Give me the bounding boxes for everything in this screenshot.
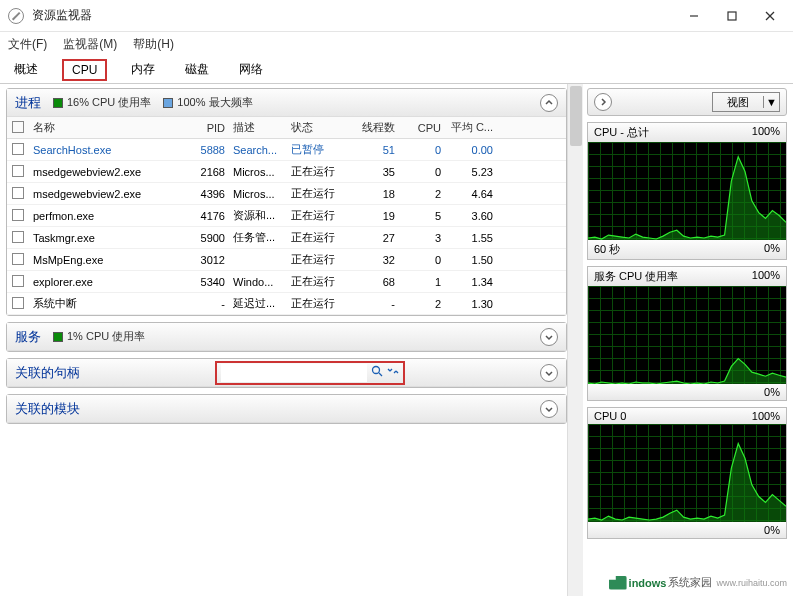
cell-pid: 5340 — [179, 276, 229, 288]
left-scrollbar[interactable] — [567, 84, 583, 596]
graph-max: 100% — [752, 269, 780, 284]
cell-state: 已暂停 — [287, 142, 343, 157]
expand-icon[interactable] — [540, 328, 558, 346]
search-icon[interactable] — [371, 365, 383, 380]
svg-marker-6 — [588, 157, 786, 240]
tab-cpu[interactable]: CPU — [62, 59, 107, 81]
graph-title: 服务 CPU 使用率 — [594, 269, 678, 284]
tab-disk[interactable]: 磁盘 — [179, 57, 215, 82]
menu-file[interactable]: 文件(F) — [8, 36, 47, 53]
maximize-button[interactable] — [725, 9, 739, 23]
modules-header[interactable]: 关联的模块 — [7, 395, 566, 423]
services-panel: 服务 1% CPU 使用率 — [6, 322, 567, 352]
cell-desc: 延迟过... — [229, 296, 287, 311]
handles-title: 关联的句柄 — [15, 364, 80, 382]
cell-name: msedgewebview2.exe — [29, 188, 179, 200]
graph-box: CPU 0100%0% — [587, 407, 787, 539]
row-checkbox[interactable] — [12, 231, 24, 243]
col-cpu[interactable]: CPU — [399, 122, 445, 134]
col-state[interactable]: 状态 — [287, 120, 343, 135]
scrollbar-thumb[interactable] — [570, 86, 582, 146]
tab-network[interactable]: 网络 — [233, 57, 269, 82]
dropdown-icon[interactable]: ▼ — [763, 96, 779, 108]
expand-right-icon[interactable] — [594, 93, 612, 111]
graph-footer-right: 0% — [764, 524, 780, 536]
table-header: 名称 PID 描述 状态 线程数 CPU 平均 C... — [7, 117, 566, 139]
tab-overview[interactable]: 概述 — [8, 57, 44, 82]
collapse-icon[interactable] — [540, 94, 558, 112]
table-row[interactable]: MsMpEng.exe3012正在运行3201.50 — [7, 249, 566, 271]
select-all-checkbox[interactable] — [12, 121, 24, 133]
table-row[interactable]: 系统中断-延迟过...正在运行-21.30 — [7, 293, 566, 315]
tab-memory[interactable]: 内存 — [125, 57, 161, 82]
expand-icon[interactable] — [540, 364, 558, 382]
cell-threads: 51 — [343, 144, 399, 156]
graph-canvas — [588, 286, 786, 384]
cell-state: 正在运行 — [287, 274, 343, 289]
svg-rect-1 — [728, 12, 736, 20]
row-checkbox[interactable] — [12, 187, 24, 199]
close-button[interactable] — [763, 9, 777, 23]
row-checkbox[interactable] — [12, 275, 24, 287]
graph-title: CPU - 总计 — [594, 125, 649, 140]
graph-footer-left: 60 秒 — [594, 242, 620, 257]
col-avg[interactable]: 平均 C... — [445, 120, 497, 135]
processes-header[interactable]: 进程 16% CPU 使用率 100% 最大频率 — [7, 89, 566, 117]
cell-state: 正在运行 — [287, 296, 343, 311]
view-select[interactable]: 视图 ▼ — [712, 92, 780, 112]
right-top-row: 视图 ▼ — [587, 88, 787, 116]
col-desc[interactable]: 描述 — [229, 120, 287, 135]
cell-avg: 5.23 — [445, 166, 497, 178]
tabbar: 概述 CPU 内存 磁盘 网络 — [0, 56, 793, 84]
graph-box: CPU - 总计100%60 秒0% — [587, 122, 787, 260]
search-input[interactable] — [221, 364, 367, 382]
handles-panel: 关联的句柄 — [6, 358, 567, 388]
handles-header[interactable]: 关联的句柄 — [7, 359, 566, 387]
max-freq-stat: 100% 最大频率 — [163, 95, 252, 110]
table-row[interactable]: msedgewebview2.exe2168Micros...正在运行3505.… — [7, 161, 566, 183]
minimize-button[interactable] — [687, 9, 701, 23]
graph-box: 服务 CPU 使用率100%0% — [587, 266, 787, 401]
menu-help[interactable]: 帮助(H) — [133, 36, 174, 53]
graph-footer-right: 0% — [764, 242, 780, 257]
services-header[interactable]: 服务 1% CPU 使用率 — [7, 323, 566, 351]
col-pid[interactable]: PID — [179, 122, 229, 134]
graph-canvas — [588, 142, 786, 240]
graph-max: 100% — [752, 125, 780, 140]
row-checkbox[interactable] — [12, 143, 24, 155]
row-checkbox[interactable] — [12, 297, 24, 309]
cell-cpu: 5 — [399, 210, 445, 222]
cell-pid: 3012 — [179, 254, 229, 266]
graph-title: CPU 0 — [594, 410, 626, 422]
menu-monitor[interactable]: 监视器(M) — [63, 36, 117, 53]
svg-line-5 — [379, 373, 382, 376]
cell-name: MsMpEng.exe — [29, 254, 179, 266]
cell-cpu: 2 — [399, 298, 445, 310]
row-checkbox[interactable] — [12, 209, 24, 221]
table-row[interactable]: perfmon.exe4176资源和...正在运行1953.60 — [7, 205, 566, 227]
table-row[interactable]: msedgewebview2.exe4396Micros...正在运行1824.… — [7, 183, 566, 205]
services-cpu-stat: 1% CPU 使用率 — [53, 329, 145, 344]
modules-title: 关联的模块 — [15, 400, 80, 418]
col-threads[interactable]: 线程数 — [343, 120, 399, 135]
menubar: 文件(F) 监视器(M) 帮助(H) — [0, 32, 793, 56]
cell-avg: 1.30 — [445, 298, 497, 310]
refresh-icon[interactable] — [387, 365, 399, 380]
window-title: 资源监视器 — [32, 7, 92, 24]
cell-avg: 1.50 — [445, 254, 497, 266]
cell-state: 正在运行 — [287, 164, 343, 179]
left-pane: 进程 16% CPU 使用率 100% 最大频率 名称 PID 描述 状态 线程… — [0, 84, 567, 596]
cell-desc: Search... — [229, 144, 287, 156]
cell-threads: - — [343, 298, 399, 310]
table-row[interactable]: explorer.exe5340Windo...正在运行6811.34 — [7, 271, 566, 293]
table-row[interactable]: SearchHost.exe5888Search...已暂停5100.00 — [7, 139, 566, 161]
row-checkbox[interactable] — [12, 165, 24, 177]
services-title: 服务 — [15, 328, 41, 346]
search-box — [215, 361, 405, 385]
row-checkbox[interactable] — [12, 253, 24, 265]
expand-icon[interactable] — [540, 400, 558, 418]
table-row[interactable]: Taskmgr.exe5900任务管...正在运行2731.55 — [7, 227, 566, 249]
cell-desc: Windo... — [229, 276, 287, 288]
col-name[interactable]: 名称 — [29, 120, 179, 135]
svg-marker-7 — [588, 359, 786, 385]
